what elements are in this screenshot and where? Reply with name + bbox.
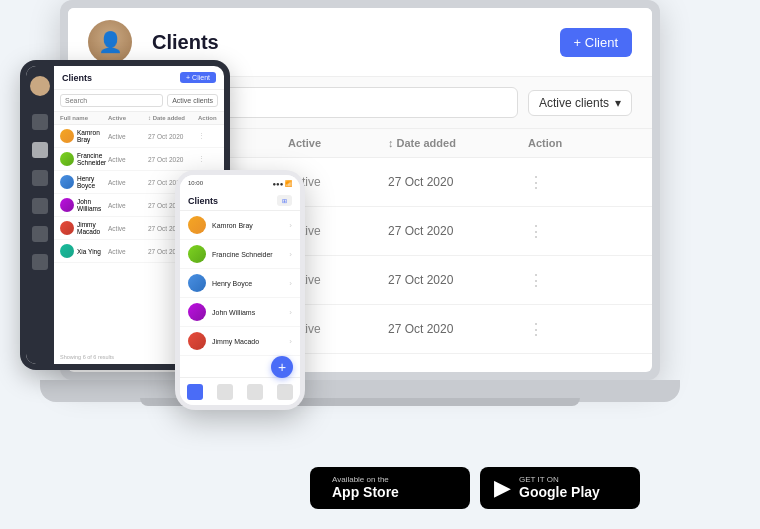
avatar: 👤 (88, 20, 132, 64)
t-col-name: Full name (60, 115, 108, 121)
google-badge-main: Google Play (519, 484, 600, 501)
date-added: 27 Oct 2020 (388, 322, 528, 336)
phone-client-name: Kamron Bray (212, 222, 283, 229)
action-menu-icon[interactable]: ⋮ (528, 320, 608, 339)
date-added: 27 Oct 2020 (388, 273, 528, 287)
phone: 10:00 ●●● 📶 Clients ⊞ Kamron Bray › Fran… (175, 170, 305, 410)
tablet-add-button[interactable]: + Client (180, 72, 216, 83)
t-status: Active (108, 156, 148, 163)
chevron-right-icon: › (289, 221, 292, 230)
filter-dropdown[interactable]: Active clients ▾ (528, 90, 632, 116)
phone-nav-clients[interactable] (217, 384, 233, 400)
phone-client-name: Francine Schneider (212, 251, 283, 258)
google-badge-sub: GET IT ON (519, 475, 600, 485)
phone-signal: ●●● 📶 (272, 180, 292, 187)
sidebar-icon-home[interactable] (32, 114, 48, 130)
phone-client-name: Jimmy Macado (212, 338, 283, 345)
t-action-icon[interactable]: ⋮ (198, 155, 218, 163)
filter-label: Active clients (539, 96, 609, 110)
tablet-col-header: Full name Active ↕ Date added Action (54, 112, 224, 125)
phone-row-avatar (188, 332, 206, 350)
t-name-cell: Jimmy Macado (60, 221, 108, 235)
phone-row-avatar (188, 245, 206, 263)
phone-list: Kamron Bray › Francine Schneider › Henry… (180, 211, 300, 377)
phone-list-item[interactable]: Jimmy Macado › (180, 327, 300, 356)
t-row-avatar (60, 175, 74, 189)
t-row-avatar (60, 152, 74, 166)
google-play-icon: ▶ (494, 477, 511, 499)
action-menu-icon[interactable]: ⋮ (528, 271, 608, 290)
phone-fab-button[interactable]: + (271, 356, 293, 378)
table-row: Francine Schneider Active 27 Oct 2020 ⋮ (54, 148, 224, 171)
apple-badge-text: Available on the App Store (332, 475, 399, 501)
page-title: Clients (152, 31, 560, 54)
sidebar-icon-calendar[interactable] (32, 170, 48, 186)
apple-badge-sub: Available on the (332, 475, 399, 485)
sidebar-icon-clients[interactable] (32, 142, 48, 158)
date-added: 27 Oct 2020 (388, 175, 528, 189)
t-date: 27 Oct 2020 (148, 156, 198, 163)
badges-container: Available on the App Store ▶ GET IT ON G… (310, 467, 640, 509)
phone-list-item[interactable]: Henry Boyce › (180, 269, 300, 298)
col-action: Action (528, 137, 608, 149)
phone-row-avatar (188, 303, 206, 321)
tablet-filter[interactable]: Active clients (167, 94, 218, 107)
sidebar-icon-settings[interactable] (32, 198, 48, 214)
phone-header: Clients ⊞ (180, 191, 300, 211)
chevron-right-icon: › (289, 250, 292, 259)
chevron-right-icon: › (289, 337, 292, 346)
add-client-button[interactable]: + Client (560, 28, 632, 57)
t-row-avatar (60, 129, 74, 143)
tablet-toolbar: Active clients (54, 90, 224, 112)
t-name-cell: Xia Ying (60, 244, 108, 258)
action-menu-icon[interactable]: ⋮ (528, 222, 608, 241)
t-status: Active (108, 133, 148, 140)
t-date: 27 Oct 2020 (148, 133, 198, 140)
sidebar-icon-notifications[interactable] (32, 254, 48, 270)
t-status: Active (108, 225, 148, 232)
tablet-header: Clients + Client (54, 66, 224, 90)
t-col-date: ↕ Date added (148, 115, 198, 121)
t-action-icon[interactable]: ⋮ (198, 132, 218, 140)
phone-client-name: John Williams (212, 309, 283, 316)
phone-row-avatar (188, 274, 206, 292)
apple-app-store-badge[interactable]: Available on the App Store (310, 467, 470, 509)
phone-page-title: Clients (188, 196, 277, 206)
t-client-name: Kamron Bray (77, 129, 108, 143)
phone-filter-button[interactable]: ⊞ (277, 195, 292, 206)
sidebar-avatar (30, 76, 50, 96)
phone-time: 10:00 (188, 180, 203, 186)
phone-nav-home[interactable] (187, 384, 203, 400)
t-client-name: Xia Ying (77, 248, 101, 255)
action-menu-icon[interactable]: ⋮ (528, 173, 608, 192)
t-client-name: John Williams (77, 198, 108, 212)
phone-status-bar: 10:00 ●●● 📶 (180, 175, 300, 191)
t-client-name: Henry Boyce (77, 175, 108, 189)
t-col-active: Active (108, 115, 148, 121)
t-row-avatar (60, 221, 74, 235)
t-col-action: Action (198, 115, 218, 121)
t-name-cell: Henry Boyce (60, 175, 108, 189)
avatar-image: 👤 (88, 20, 132, 64)
phone-nav-calendar[interactable] (247, 384, 263, 400)
phone-nav-settings[interactable] (277, 384, 293, 400)
google-badge-text: GET IT ON Google Play (519, 475, 600, 501)
phone-screen: 10:00 ●●● 📶 Clients ⊞ Kamron Bray › Fran… (180, 175, 300, 405)
date-added: 27 Oct 2020 (388, 224, 528, 238)
tablet-sidebar (26, 66, 54, 364)
phone-list-item[interactable]: Kamron Bray › (180, 211, 300, 240)
t-name-cell: Kamron Bray (60, 129, 108, 143)
phone-list-item[interactable]: Francine Schneider › (180, 240, 300, 269)
chevron-right-icon: › (289, 308, 292, 317)
apple-badge-main: App Store (332, 484, 399, 501)
phone-bottom-nav (180, 377, 300, 405)
sidebar-icon-reports[interactable] (32, 226, 48, 242)
tablet-search-input[interactable] (60, 94, 163, 107)
phone-client-name: Henry Boyce (212, 280, 283, 287)
t-status: Active (108, 248, 148, 255)
phone-list-item[interactable]: John Williams › (180, 298, 300, 327)
google-play-badge[interactable]: ▶ GET IT ON Google Play (480, 467, 640, 509)
t-row-avatar (60, 198, 74, 212)
col-active: Active (288, 137, 388, 149)
chevron-right-icon: › (289, 279, 292, 288)
